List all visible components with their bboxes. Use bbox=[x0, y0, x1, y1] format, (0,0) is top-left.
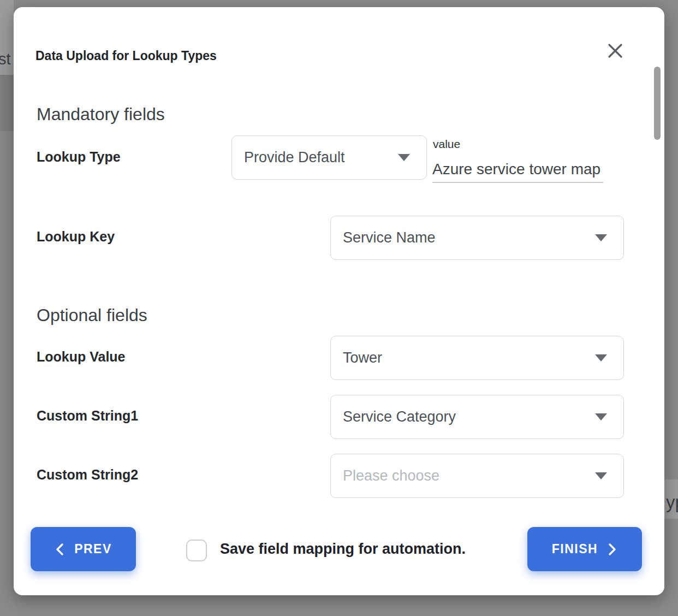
save-mapping-checkbox[interactable] bbox=[186, 540, 207, 561]
lookup-key-dropdown[interactable]: Service Name bbox=[330, 216, 624, 260]
close-button[interactable] bbox=[603, 40, 627, 64]
finish-button[interactable]: FINISH bbox=[527, 527, 642, 571]
prev-button[interactable]: PREV bbox=[31, 527, 136, 571]
optional-fields-heading: Optional fields bbox=[37, 305, 147, 325]
lookup-value-dropdown[interactable]: Tower bbox=[330, 336, 624, 380]
prev-button-label: PREV bbox=[74, 542, 112, 556]
chevron-down-icon bbox=[595, 234, 607, 241]
lookup-type-label: Lookup Type bbox=[37, 149, 121, 165]
lookup-key-dropdown-value: Service Name bbox=[343, 229, 436, 246]
chevron-down-icon bbox=[595, 354, 607, 362]
save-mapping-label: Save field mapping for automation. bbox=[220, 541, 466, 558]
lookup-value-label: Lookup Value bbox=[37, 349, 126, 365]
chevron-left-icon bbox=[55, 542, 64, 556]
background-heading-fragment: D bbox=[0, 19, 1, 55]
chevron-down-icon bbox=[398, 154, 410, 161]
lookup-type-dropdown[interactable]: Provide Default bbox=[231, 135, 427, 180]
custom-string2-label: Custom String2 bbox=[37, 467, 138, 483]
close-icon bbox=[604, 40, 626, 64]
value-input[interactable] bbox=[432, 157, 603, 183]
data-upload-modal: Data Upload for Lookup Types Mandatory f… bbox=[14, 7, 664, 595]
custom-string2-dropdown-placeholder: Please choose bbox=[343, 467, 439, 484]
custom-string1-dropdown-value: Service Category bbox=[343, 408, 456, 425]
background-band bbox=[0, 75, 14, 131]
chevron-down-icon bbox=[595, 472, 607, 479]
value-field-label: value bbox=[433, 138, 460, 151]
lookup-key-label: Lookup Key bbox=[37, 229, 115, 245]
custom-string1-dropdown[interactable]: Service Category bbox=[330, 395, 624, 439]
custom-string1-label: Custom String1 bbox=[37, 408, 138, 424]
background-text-fragment-right: yp bbox=[666, 492, 678, 513]
chevron-right-icon bbox=[608, 542, 617, 556]
mandatory-fields-heading: Mandatory fields bbox=[37, 104, 165, 125]
lookup-value-dropdown-value: Tower bbox=[343, 350, 382, 366]
custom-string2-dropdown[interactable]: Please choose bbox=[330, 454, 624, 498]
finish-button-label: FINISH bbox=[552, 542, 598, 556]
modal-title: Data Upload for Lookup Types bbox=[35, 49, 217, 63]
lookup-type-dropdown-value: Provide Default bbox=[244, 149, 345, 166]
scrollbar-thumb[interactable] bbox=[654, 67, 661, 140]
background-text-fragment-left: st bbox=[0, 50, 11, 68]
chevron-down-icon bbox=[595, 413, 607, 420]
